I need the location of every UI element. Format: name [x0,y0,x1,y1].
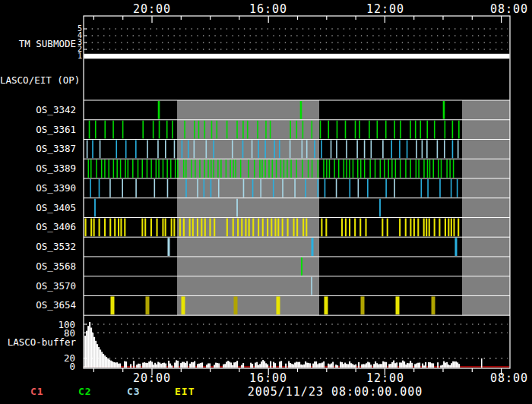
row-label-os-3342: OS_3342 [0,104,79,115]
bottom-axis-label-08: 08:00 [490,371,528,385]
row-label-os-3568: OS_3568 [0,260,79,272]
bottom-axis-label-20: 20:00 [133,371,171,385]
legend-item-c1: C1 [30,386,44,397]
row-label-os-3532: OS_3532 [0,241,79,252]
buffer-ytick-0: 0 [0,361,79,372]
plot-canvas [0,0,532,404]
datestamp: 2005/11/23 08:00:00.000 [248,385,423,399]
top-axis-label-20: 20:00 [133,2,171,16]
row-label-os-3570: OS_3570 [0,280,79,292]
row-label-os-3406: OS_3406 [0,221,79,232]
telemetry-timeline-window: 20:00 16:00 12:00 08:00 TM SUBMODE LASCO… [0,0,532,404]
row-label-tm-submode: TM SUBMODE [0,38,79,49]
row-label-os-3389: OS_3389 [0,163,79,174]
tm-level-1: 1 [73,52,82,60]
bottom-axis-label-12: 12:00 [366,371,404,385]
top-axis-label-08: 08:00 [490,2,528,16]
row-label-os-3405: OS_3405 [0,202,79,213]
buffer-ytick-80: 80 [0,327,79,339]
row-label-lasco-eit: LASCO/EIT (OP) [0,74,79,86]
top-axis-label-16: 16:00 [249,2,287,16]
top-axis-label-12: 12:00 [366,2,404,16]
legend-item-eit: EIT [175,386,195,397]
row-label-os-3387: OS_3387 [0,143,79,154]
legend-item-c3: C3 [127,386,141,397]
bottom-axis-label-16: 16:00 [249,371,287,385]
row-label-os-3654: OS_3654 [0,299,79,311]
row-label-os-3361: OS_3361 [0,124,79,135]
legend-item-c2: C2 [78,386,92,397]
row-label-os-3390: OS_3390 [0,182,79,194]
